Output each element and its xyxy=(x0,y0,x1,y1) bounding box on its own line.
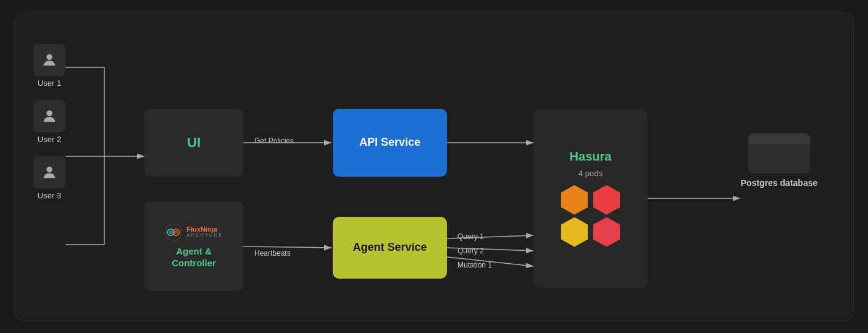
agent-controller-box: FluxNinja APERTURE Agent &Controller xyxy=(144,201,243,291)
hasura-pods-grid xyxy=(560,185,622,247)
svg-line-17 xyxy=(243,247,332,248)
query2-label: Query 2 xyxy=(457,247,484,255)
pod-3 xyxy=(560,217,590,247)
pod-1 xyxy=(560,185,590,215)
svg-point-7 xyxy=(175,230,178,234)
user3-box: User 3 xyxy=(33,156,65,200)
heartbeats-label: Heartbeats xyxy=(254,249,291,258)
user2-label: User 2 xyxy=(38,135,61,144)
query1-label: Query 1 xyxy=(457,232,484,241)
agent-controller-label: Agent &Controller xyxy=(172,245,216,269)
user1-box: User 1 xyxy=(33,44,65,88)
user1-label: User 1 xyxy=(38,78,61,88)
svg-point-2 xyxy=(46,166,52,172)
agent-service-label: Agent Service xyxy=(353,241,427,254)
user1-icon xyxy=(33,44,65,76)
fluxninja-logo: FluxNinja APERTURE xyxy=(164,223,223,242)
hasura-box: Hasura 4 pods xyxy=(533,109,648,288)
fluxninja-sub: APERTURE xyxy=(186,233,223,238)
get-policies-label: Get Policies xyxy=(254,137,294,145)
svg-point-1 xyxy=(46,110,52,116)
user2-box: User 2 xyxy=(33,100,65,144)
postgres-box: Postgres database xyxy=(736,133,822,188)
fluxninja-icon xyxy=(164,223,183,242)
pod-2 xyxy=(592,185,622,215)
user3-icon xyxy=(33,156,65,188)
fluxninja-text: FluxNinja APERTURE xyxy=(186,226,223,238)
postgres-cylinder-icon xyxy=(748,133,810,174)
ui-label: UI xyxy=(187,135,201,151)
agent-service-box: Agent Service xyxy=(333,217,447,279)
svg-point-5 xyxy=(169,230,173,234)
ui-box: UI xyxy=(144,109,243,177)
hasura-pods-label: 4 pods xyxy=(578,169,603,178)
api-service-label: API Service xyxy=(359,136,420,149)
postgres-label: Postgres database xyxy=(736,177,822,188)
mutation1-label: Mutation 1 xyxy=(457,261,492,269)
diagram-container: User 1 User 2 User 3 UI xyxy=(14,12,854,321)
user3-label: User 3 xyxy=(38,191,61,200)
users-column: User 1 User 2 User 3 xyxy=(33,44,65,200)
user2-icon xyxy=(33,100,65,132)
svg-point-0 xyxy=(46,54,52,59)
hasura-label: Hasura xyxy=(570,150,612,164)
pod-4 xyxy=(592,217,622,247)
api-service-box: API Service xyxy=(333,109,447,177)
